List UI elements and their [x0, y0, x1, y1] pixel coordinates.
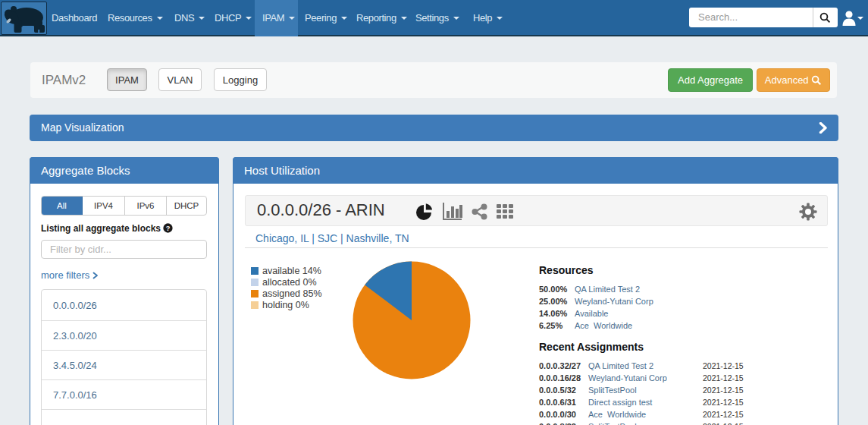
svg-text:?: ? — [166, 225, 171, 232]
